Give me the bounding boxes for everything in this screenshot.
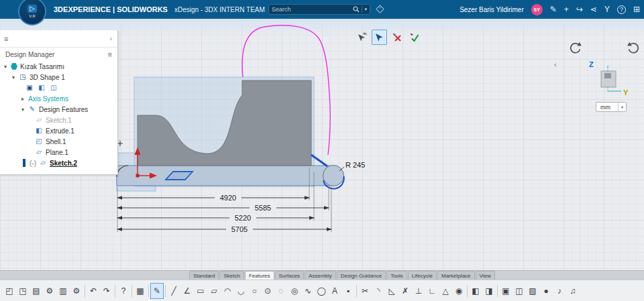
dimension-label[interactable]: 5220 xyxy=(235,214,251,222)
solid-section[interactable] xyxy=(138,80,311,166)
spline-icon[interactable]: ∿ xyxy=(301,283,315,299)
dimension-label[interactable]: 5585 xyxy=(255,204,271,212)
tree-item-root[interactable]: ▾ Kızak Tasarımı xyxy=(0,61,117,72)
project-curve-icon[interactable]: ◉ xyxy=(452,283,466,299)
sphere-icon[interactable]: ● xyxy=(539,283,553,299)
tab-features[interactable]: Features xyxy=(245,271,274,280)
left-end-arc[interactable] xyxy=(117,166,128,177)
polygon-icon[interactable]: △ xyxy=(439,283,452,299)
revolve-icon[interactable]: ◨ xyxy=(482,283,496,299)
tab-surfaces[interactable]: Surfaces xyxy=(275,271,305,280)
mini-pattern-icon[interactable]: ◫ xyxy=(50,84,58,91)
selected-arc-edge[interactable] xyxy=(323,176,344,189)
rotate-view-left-button[interactable] xyxy=(569,42,582,55)
tangent-arc-icon[interactable]: ◡ xyxy=(234,283,248,299)
tree-item-sketch2-active[interactable]: (-) ▱ Sketch.2 xyxy=(0,158,117,168)
radius-label[interactable]: R 245 xyxy=(345,161,365,169)
dimension-label[interactable]: 5705 xyxy=(231,225,248,233)
mini-sketch-icon[interactable]: ▣ xyxy=(25,84,34,91)
rectangle-icon[interactable]: ▭ xyxy=(194,283,207,299)
extrude-icon[interactable]: ◧ xyxy=(469,283,482,299)
redo-icon[interactable]: ↷ xyxy=(100,283,113,299)
collapse-panel-button[interactable]: ‹ xyxy=(109,35,113,42)
sketch-plane-highlight-2[interactable] xyxy=(117,153,156,191)
app-switcher[interactable]: xDesign - 3DX INTERN TEAM⌄ xyxy=(174,6,272,13)
select-tool-button[interactable] xyxy=(372,29,387,45)
assembly-cube-icon[interactable]: ◫ xyxy=(513,283,526,299)
tree-item-plane1[interactable]: ▱ Plane.1 xyxy=(0,147,117,158)
tree-item-axis-systems[interactable]: ▸ Axis Systems xyxy=(0,93,117,104)
tree-item-shell1[interactable]: ◰ Shell.1 xyxy=(0,136,117,147)
share-icon[interactable]: ↪ xyxy=(576,5,583,13)
tab-tools[interactable]: Tools xyxy=(386,271,407,280)
model-box-icon[interactable]: ◳ xyxy=(16,283,30,299)
caret-down-icon[interactable]: ▾ xyxy=(11,74,16,80)
apps-grid-icon[interactable]: ⊞ xyxy=(633,5,640,13)
print-icon[interactable]: ▥ xyxy=(56,283,70,299)
tab-view[interactable]: View xyxy=(476,271,495,280)
save-icon[interactable]: ▤ xyxy=(30,283,43,299)
tab-standard[interactable]: Standard xyxy=(189,271,219,280)
parallelogram-entity[interactable] xyxy=(166,172,193,180)
undo-icon[interactable]: ↶ xyxy=(87,283,100,299)
tab-sketch[interactable]: Sketch xyxy=(219,271,244,280)
arc-icon[interactable]: ◠ xyxy=(221,283,234,299)
panel-menu-icon[interactable]: ≡ xyxy=(108,50,112,58)
share-nodes-icon[interactable]: ⋖ xyxy=(590,5,597,13)
circle-icon[interactable]: ○ xyxy=(248,283,261,299)
text-icon[interactable]: A xyxy=(328,283,341,299)
units-dropdown[interactable]: mm ▾ xyxy=(596,102,627,112)
rotate-view-right-button[interactable] xyxy=(627,42,640,55)
machine-settings-icon[interactable]: ⚙ xyxy=(43,283,56,299)
pattern-icon[interactable]: ▨ xyxy=(526,283,539,299)
angle-icon[interactable]: ∟ xyxy=(425,283,439,299)
runner-band[interactable] xyxy=(117,166,330,186)
cancel-sketch-button[interactable] xyxy=(389,29,405,45)
chamfer-icon[interactable]: ◺ xyxy=(385,283,398,299)
parallelogram-icon[interactable]: ▱ xyxy=(207,283,221,299)
caret-down-icon[interactable]: ▾ xyxy=(20,107,25,113)
compose-icon[interactable]: ✎ xyxy=(550,5,557,13)
tree-view-icon[interactable]: ≡ xyxy=(4,35,8,43)
spline-curve[interactable] xyxy=(242,25,330,155)
design-table-icon[interactable]: ▦ xyxy=(133,283,147,299)
tree-item-extrude1[interactable]: ◧ Extrude.1 xyxy=(0,125,117,136)
material-icon[interactable]: ♫ xyxy=(566,283,580,299)
sketch-plane-highlight[interactable] xyxy=(134,77,314,186)
search-box[interactable]: ▾ xyxy=(268,4,370,15)
center-circle-icon[interactable]: ⊙ xyxy=(261,283,274,299)
polyline-icon[interactable]: ∠ xyxy=(180,283,194,299)
tab-lifecycle[interactable]: Lifecycle xyxy=(408,271,437,280)
point-icon[interactable]: ▪ xyxy=(341,283,355,299)
bookmark-tag-icon[interactable] xyxy=(376,5,384,13)
help-icon[interactable]: ? xyxy=(117,283,130,299)
caret-right-icon[interactable]: ▸ xyxy=(20,96,25,102)
orientation-triad[interactable]: Z Y xyxy=(582,58,629,102)
add-icon[interactable]: + xyxy=(564,5,569,13)
ellipse-icon[interactable]: ◯ xyxy=(315,283,328,299)
construction-circle-icon[interactable]: ◌ xyxy=(274,283,288,299)
constraint-icon[interactable]: ⊥ xyxy=(412,283,425,299)
fillet-icon[interactable]: ◝ xyxy=(372,283,385,299)
tab-marketplace[interactable]: Marketplace xyxy=(437,271,475,280)
search-input[interactable] xyxy=(272,6,353,13)
mini-extrude-icon[interactable]: ◧ xyxy=(38,84,46,91)
perimeter-circle-icon[interactable]: ◎ xyxy=(288,283,301,299)
selected-line-edge[interactable] xyxy=(311,155,327,166)
search-scope-chevron-icon[interactable]: ▾ xyxy=(364,7,367,12)
tree-item-design-features[interactable]: ▾ ✎ Design Features xyxy=(0,104,117,115)
primitive-cube-icon[interactable]: ▣ xyxy=(499,283,513,299)
sketch-origin[interactable] xyxy=(136,174,140,178)
preferences-gear-icon[interactable]: ⚙ xyxy=(70,283,83,299)
tree-item-sketch1[interactable]: ▱ Sketch.1 xyxy=(0,115,117,125)
note-icon[interactable]: ♪ xyxy=(553,283,566,299)
user-name[interactable]: Sezer Baris Yildirimer xyxy=(460,6,524,13)
delete-entity-icon[interactable]: ✗ xyxy=(398,283,412,299)
accept-sketch-button[interactable] xyxy=(407,29,422,45)
escape-selection-button[interactable] xyxy=(354,29,370,45)
edit-sketch-icon[interactable]: ✎ xyxy=(150,283,164,299)
line-icon[interactable]: ╱ xyxy=(167,283,180,299)
tab-assembly[interactable]: Assembly xyxy=(305,271,336,280)
collapse-right-panel-button[interactable]: ‹ xyxy=(554,60,557,68)
runner-end-cap[interactable] xyxy=(323,166,344,186)
